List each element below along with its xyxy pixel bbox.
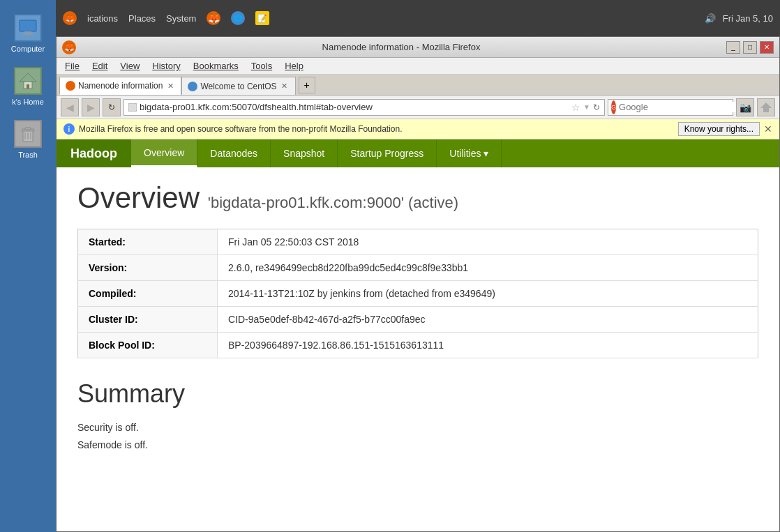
- tab-bar: Namenode information ✕ Welcome to CentOS…: [57, 75, 779, 96]
- table-row: Version: 2.6.0, re3496499ecb8d220fba99dc…: [78, 255, 758, 281]
- computer-image: [14, 14, 42, 42]
- refresh-icon[interactable]: ↻: [593, 102, 600, 112]
- menu-edit[interactable]: Edit: [87, 59, 113, 73]
- info-close-button[interactable]: ✕: [764, 123, 772, 135]
- home-image: [14, 67, 42, 95]
- window-title: Namenode information - Mozilla Firefox: [76, 42, 726, 52]
- value-cluster-id: CID-9a5e0def-8b42-467d-a2f5-b77cc00fa9ec: [218, 307, 758, 333]
- know-rights-button[interactable]: Know your rights...: [678, 122, 760, 136]
- svg-marker-13: [760, 102, 772, 108]
- firefox-logo: 🦊: [62, 40, 76, 54]
- svg-rect-8: [25, 128, 31, 130]
- dropdown-icon[interactable]: ▼: [583, 103, 590, 111]
- value-version: 2.6.0, re3496499ecb8d220fba99dc5ed4c99c8…: [218, 255, 758, 281]
- svg-marker-3: [20, 73, 36, 82]
- tab-namenode[interactable]: Namenode information ✕: [59, 77, 181, 95]
- info-bar-left: i Mozilla Firefox is free and open sourc…: [63, 123, 403, 135]
- menu-bar: File Edit View History Bookmarks Tools H…: [57, 58, 779, 75]
- hadoop-nav-utilities[interactable]: Utilities ▾: [437, 139, 502, 167]
- search-input[interactable]: [619, 102, 736, 112]
- taskbar-app-system[interactable]: System: [166, 13, 196, 24]
- nav-bar: ◀ ▶ ↻ bigdata-pro01.kfk.com:50070/dfshea…: [57, 96, 779, 119]
- taskbar: 🦊 ications Places System 🦊 🌐 📝 🔊 Fri Jan…: [56, 0, 780, 36]
- svg-rect-1: [24, 31, 31, 33]
- minimize-button[interactable]: _: [726, 41, 740, 54]
- google-logo: G: [611, 100, 616, 114]
- menu-file[interactable]: File: [59, 59, 85, 73]
- firefox-icon[interactable]: 🦊: [207, 11, 220, 25]
- hadoop-nav-overview[interactable]: Overview: [131, 139, 197, 167]
- back-button[interactable]: ◀: [61, 98, 79, 116]
- home-nav-button[interactable]: [757, 98, 775, 116]
- tab-add-button[interactable]: +: [299, 77, 315, 93]
- address-text: bigdata-pro01.kfk.com:50070/dfshealth.ht…: [140, 102, 569, 112]
- summary-text: Security is off. Safemode is off.: [77, 419, 758, 454]
- screenshot-button[interactable]: 📷: [736, 98, 754, 116]
- svg-rect-12: [128, 103, 137, 112]
- menu-tools[interactable]: Tools: [246, 59, 278, 73]
- taskbar-app-places[interactable]: Places: [128, 13, 156, 24]
- tab-close-centos[interactable]: ✕: [280, 82, 290, 91]
- maximize-button[interactable]: □: [743, 41, 757, 54]
- taskbar-right: 🔊 Fri Jan 5, 10: [705, 13, 773, 24]
- star-icon[interactable]: ☆: [571, 102, 580, 113]
- notes-icon[interactable]: 📝: [255, 11, 269, 25]
- main-content: Overview 'bigdata-pro01.kfk.com:9000' (a…: [57, 167, 779, 531]
- hadoop-brand: Hadoop: [57, 139, 131, 167]
- hadoop-nav-startup-progress[interactable]: Startup Progress: [338, 139, 437, 167]
- tab-close-namenode[interactable]: ✕: [165, 81, 175, 91]
- summary-line-1: Security is off.: [77, 419, 758, 436]
- computer-icon-desktop[interactable]: Computer: [3, 14, 52, 53]
- hadoop-nav-datanodes[interactable]: Datanodes: [197, 139, 271, 167]
- trash-image: [14, 120, 42, 148]
- svg-rect-0: [20, 20, 36, 31]
- label-cluster-id: Cluster ID:: [78, 307, 218, 333]
- network-icon: 🌐: [231, 11, 245, 25]
- info-table: Started: Fri Jan 05 22:50:03 CST 2018 Ve…: [77, 229, 758, 358]
- label-started: Started:: [78, 229, 218, 255]
- value-block-pool-id: BP-2039664897-192.168.86.151-15151636131…: [218, 333, 758, 358]
- tab-label-centos: Welcome to CentOS: [200, 82, 276, 91]
- info-icon: i: [63, 123, 75, 135]
- tab-label-namenode: Namenode information: [78, 81, 163, 91]
- menu-view[interactable]: View: [114, 59, 145, 73]
- summary-heading: Summary: [77, 379, 758, 409]
- home-icon-desktop[interactable]: k's Home: [3, 67, 52, 106]
- info-bar: i Mozilla Firefox is free and open sourc…: [57, 119, 779, 139]
- title-bar: 🦊 Namenode information - Mozilla Firefox…: [57, 37, 779, 58]
- trash-icon-desktop[interactable]: Trash: [3, 120, 52, 159]
- tab-centos[interactable]: Welcome to CentOS ✕: [181, 77, 295, 95]
- search-bar[interactable]: G ▼: [608, 99, 733, 116]
- overview-subtitle: 'bigdata-pro01.kfk.com:9000' (active): [208, 194, 458, 211]
- info-message: Mozilla Firefox is free and open source …: [79, 124, 403, 134]
- hadoop-nav-snapshot[interactable]: Snapshot: [271, 139, 338, 167]
- browser-window: 🦊 Namenode information - Mozilla Firefox…: [56, 36, 780, 532]
- menu-bookmarks[interactable]: Bookmarks: [188, 59, 244, 73]
- reload-button[interactable]: ↻: [103, 98, 121, 116]
- taskbar-app-applications[interactable]: ications: [87, 13, 118, 24]
- value-compiled: 2014-11-13T21:10Z by jenkins from (detac…: [218, 281, 758, 307]
- table-row: Compiled: 2014-11-13T21:10Z by jenkins f…: [78, 281, 758, 307]
- address-bar[interactable]: bigdata-pro01.kfk.com:50070/dfshealth.ht…: [123, 99, 605, 116]
- trash-label: Trash: [18, 151, 38, 159]
- datetime-display: Fri Jan 5, 10: [723, 13, 773, 24]
- summary-line-2: Safemode is off.: [77, 436, 758, 454]
- desktop-sidebar: Computer k's Home Trash: [0, 0, 56, 532]
- window-controls: _ □ ✕: [726, 41, 774, 54]
- label-compiled: Compiled:: [78, 281, 218, 307]
- label-version: Version:: [78, 255, 218, 281]
- menu-history[interactable]: History: [147, 59, 186, 73]
- address-icons: ☆ ▼ ↻: [571, 102, 600, 113]
- forward-button[interactable]: ▶: [82, 98, 100, 116]
- tab-favicon-namenode: [66, 81, 75, 91]
- table-row: Block Pool ID: BP-2039664897-192.168.86.…: [78, 333, 758, 358]
- table-row: Cluster ID: CID-9a5e0def-8b42-467d-a2f5-…: [78, 307, 758, 333]
- tab-favicon-centos: [188, 82, 197, 91]
- home-label: k's Home: [12, 98, 44, 106]
- menu-help[interactable]: Help: [279, 59, 309, 73]
- svg-rect-14: [763, 108, 769, 112]
- page-icon: [128, 103, 137, 112]
- volume-icon: 🔊: [705, 13, 716, 24]
- close-button[interactable]: ✕: [760, 41, 774, 54]
- label-block-pool-id: Block Pool ID:: [78, 333, 218, 358]
